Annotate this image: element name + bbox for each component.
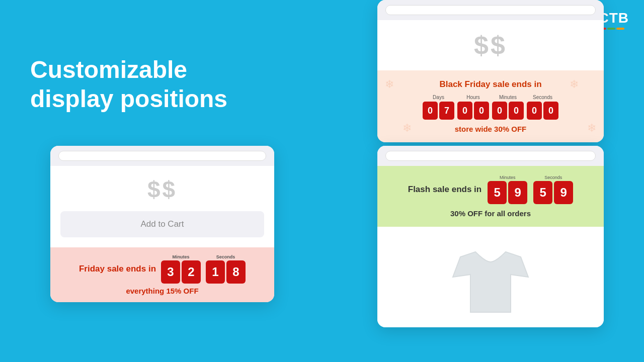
urlbar-br	[385, 151, 596, 161]
titlebar-bottom-left	[50, 146, 274, 166]
digit-day-1: 7	[439, 102, 454, 120]
digit-min-br-1: 9	[508, 181, 527, 204]
snowflake-icon: ❄	[570, 78, 579, 91]
days-unit: Days 0 7	[423, 95, 454, 120]
minutes-group-bl: Minutes 3 2	[161, 254, 201, 284]
window-top-right: $$ ❄ ❄ ❄ ❄ Black Friday sale ends in Day…	[377, 0, 604, 142]
seconds-digits-top: 0 0	[527, 102, 558, 120]
titlebar-top-right	[377, 0, 604, 20]
digit-hour-0: 0	[457, 102, 472, 120]
friday-sale-banner: Friday sale ends in Minutes 3 2 Seconds …	[50, 247, 274, 302]
minutes-digits-br: 5 9	[488, 181, 527, 204]
urlbar-bl	[58, 151, 266, 161]
countdown-top-right: Days 0 7 Hours 0 0 Minutes 0 0	[387, 95, 594, 120]
digit-min-bl-0: 3	[161, 260, 180, 284]
seconds-group-br: Seconds 5 9	[533, 175, 573, 204]
dollar-sign-left: $$	[60, 176, 264, 203]
hours-unit: Hours 0 0	[457, 95, 489, 120]
minutes-label-br: Minutes	[500, 175, 516, 180]
friday-sale-title: Friday sale ends in Minutes 3 2 Seconds …	[60, 254, 264, 284]
main-heading: Customizable display positions	[30, 55, 227, 113]
seconds-unit-top: Seconds 0 0	[527, 95, 558, 120]
digit-hour-1: 0	[474, 102, 489, 120]
product-area-left: $$ Add to Cart	[50, 166, 274, 247]
digit-min-0: 0	[492, 102, 507, 120]
black-friday-title: Black Friday sale ends in	[387, 79, 594, 89]
heading-line1: Customizable	[30, 55, 227, 84]
friday-sale-subtitle: everything 15% OFF	[60, 287, 264, 295]
seconds-digits-br: 5 9	[533, 181, 573, 204]
digit-sec-bl-0: 1	[206, 260, 225, 284]
seconds-group-bl: Seconds 1 8	[206, 254, 246, 284]
minutes-label-top: Minutes	[499, 95, 517, 100]
digit-day-0: 0	[423, 102, 438, 120]
digit-sec-br-0: 5	[533, 181, 552, 204]
seconds-digits-bl: 1 8	[206, 260, 246, 284]
window-bottom-right: Flash sale ends in Minutes 5 9 Seconds 5…	[377, 146, 604, 327]
digit-min-bl-1: 2	[182, 260, 201, 284]
dollar-sign-top: $$	[377, 20, 604, 70]
black-friday-banner: ❄ ❄ ❄ ❄ Black Friday sale ends in Days 0…	[377, 70, 604, 142]
snowflake-icon: ❄	[403, 122, 412, 135]
days-digits: 0 7	[423, 102, 454, 120]
digit-sec-bl-1: 8	[226, 260, 246, 284]
minutes-label-bl: Minutes	[173, 254, 190, 259]
minutes-unit-top: Minutes 0 0	[492, 95, 524, 120]
days-label: Days	[433, 95, 444, 100]
digit-sec-0: 0	[527, 102, 542, 120]
flash-title: Flash sale ends in	[408, 185, 481, 195]
flash-sale-banner: Flash sale ends in Minutes 5 9 Seconds 5…	[377, 166, 604, 227]
black-friday-subtitle: store wide 30% OFF	[387, 125, 594, 133]
hours-digits: 0 0	[457, 102, 489, 120]
window-bottom-left: $$ Add to Cart Friday sale ends in Minut…	[50, 146, 274, 302]
add-to-cart-button[interactable]: Add to Cart	[60, 211, 264, 237]
minutes-digits-top: 0 0	[492, 102, 524, 120]
flash-sale-subtitle: 30% OFF for all orders	[387, 209, 594, 218]
digit-sec-1: 0	[543, 102, 558, 120]
seconds-label-bl: Seconds	[216, 254, 235, 259]
digit-min-1: 0	[509, 102, 524, 120]
minutes-digits-bl: 3 2	[161, 260, 201, 284]
seconds-label-br: Seconds	[544, 175, 562, 180]
seconds-label-top: Seconds	[533, 95, 552, 100]
snowflake-icon: ❄	[385, 78, 394, 91]
tshirt-icon	[450, 247, 531, 317]
digit-min-br-0: 5	[488, 181, 507, 204]
hours-label: Hours	[466, 95, 480, 100]
titlebar-bottom-right	[377, 146, 604, 166]
digit-sec-br-1: 9	[554, 181, 573, 204]
urlbar	[385, 5, 596, 15]
tshirt-area	[377, 227, 604, 327]
snowflake-icon: ❄	[587, 122, 596, 135]
flash-row: Flash sale ends in Minutes 5 9 Seconds 5…	[387, 175, 594, 204]
minutes-group-br: Minutes 5 9	[488, 175, 527, 204]
heading-line2: display positions	[30, 84, 227, 114]
